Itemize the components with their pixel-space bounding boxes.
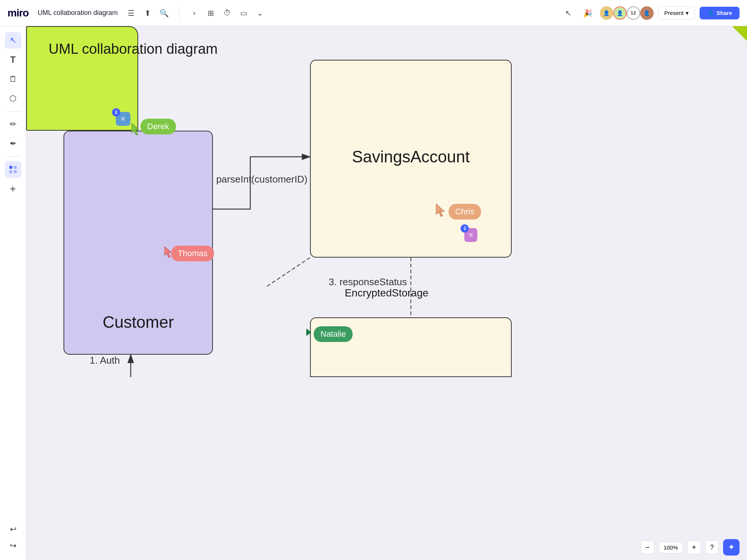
chris-badge: Chris bbox=[449, 204, 481, 220]
customer-node[interactable]: Customer bbox=[63, 131, 213, 355]
smart-drawing-tool[interactable] bbox=[5, 161, 21, 178]
share-label: Share bbox=[716, 10, 732, 16]
avatar-3[interactable]: 👤 bbox=[640, 6, 654, 20]
fit-screen-button[interactable]: ⊞ bbox=[203, 6, 218, 21]
avatar-2[interactable]: 👤 bbox=[613, 6, 627, 20]
svg-rect-1 bbox=[14, 166, 17, 169]
text-tool[interactable]: T bbox=[5, 52, 21, 68]
magic-button[interactable]: ✦ bbox=[723, 539, 740, 556]
pen2-tool[interactable]: ✒ bbox=[5, 136, 21, 152]
more-options-button[interactable]: ⌄ bbox=[252, 6, 267, 21]
collaborators: 👤 👤 12 👤 bbox=[600, 6, 654, 20]
diagram-title: UML collaboration diagram bbox=[49, 41, 218, 57]
sidebar-separator-2 bbox=[6, 156, 21, 157]
canvas[interactable]: UML collaboration diagram 2. parseInt(cu… bbox=[26, 26, 747, 560]
chris-cursor-arrow bbox=[436, 204, 447, 217]
savings-label: SavingsAccount bbox=[352, 147, 470, 166]
zoom-in-button[interactable]: + bbox=[687, 541, 701, 554]
share-button[interactable]: 👤 Share bbox=[700, 7, 740, 19]
left-sidebar: ↖ T 🗒 ⬡ ✏ ✒ + ↩ ↪ bbox=[0, 26, 26, 560]
svg-marker-9 bbox=[436, 204, 444, 217]
auth-label: 1. Auth bbox=[90, 355, 120, 366]
toolbar-left-actions: ☰ ⬆ 🔍 bbox=[124, 6, 171, 21]
chat-bubble-icon-purple: ≡ bbox=[469, 231, 473, 239]
top-bar: miro UML collaboration diagram ☰ ⬆ 🔍 › ⊞… bbox=[0, 0, 747, 26]
share-person-icon: 👤 bbox=[707, 10, 714, 16]
forward-icon[interactable]: › bbox=[187, 6, 202, 21]
bottom-node[interactable] bbox=[310, 317, 512, 377]
svg-rect-0 bbox=[9, 166, 12, 169]
celebrate-button[interactable]: 🎉 bbox=[580, 6, 595, 21]
response-status-label: 3. responseStatus bbox=[329, 276, 407, 288]
zoom-level-display[interactable]: 100% bbox=[659, 542, 683, 553]
present-button[interactable]: Present ▾ bbox=[658, 6, 695, 20]
cursor-tool-button[interactable]: ↖ bbox=[561, 6, 576, 21]
chris-cursor: Chris bbox=[447, 204, 481, 220]
savings-account-node[interactable]: SavingsAccount Chris 2 ≡ bbox=[310, 60, 512, 258]
document-title[interactable]: UML collaboration diagram bbox=[38, 9, 118, 17]
avatar-1[interactable]: 👤 bbox=[600, 6, 613, 20]
select-tool[interactable]: ↖ bbox=[5, 32, 21, 49]
encrypted-label: EncryptedStorage bbox=[345, 287, 428, 299]
purple-chat-bubble: 2 ≡ bbox=[464, 228, 477, 242]
present-chevron-icon: ▾ bbox=[686, 10, 689, 16]
toolbar-separator bbox=[179, 7, 179, 19]
redo-tool[interactable]: ↪ bbox=[5, 538, 21, 554]
sidebar-separator-1 bbox=[6, 111, 21, 112]
search-button[interactable]: 🔍 bbox=[156, 6, 171, 21]
customer-label: Customer bbox=[103, 313, 174, 332]
menu-button[interactable]: ☰ bbox=[124, 6, 139, 21]
add-tool[interactable]: + bbox=[5, 181, 21, 197]
parse-int-label: 2. parseInt(customerID) bbox=[205, 174, 307, 185]
pen-tool[interactable]: ✏ bbox=[5, 116, 21, 133]
shapes-tool[interactable]: ⬡ bbox=[5, 90, 21, 107]
chat-bubble-count-2: 2 bbox=[461, 224, 469, 233]
frame-button[interactable]: ▭ bbox=[236, 6, 251, 21]
toolbar-center-actions: › ⊞ ⏱ ▭ ⌄ bbox=[187, 6, 267, 21]
svg-rect-2 bbox=[9, 170, 12, 173]
svg-line-6 bbox=[265, 258, 310, 287]
svg-rect-3 bbox=[14, 170, 17, 173]
timer-button[interactable]: ⏱ bbox=[220, 6, 235, 21]
upload-button[interactable]: ⬆ bbox=[140, 6, 155, 21]
sticky-note-tool[interactable]: 🗒 bbox=[5, 71, 21, 87]
sidebar-bottom: ↩ ↪ bbox=[5, 521, 21, 554]
toolbar-right: ↖ 🎉 👤 👤 12 👤 Present ▾ 👤 Share bbox=[561, 6, 740, 21]
present-label: Present bbox=[664, 10, 684, 16]
zoom-out-button[interactable]: − bbox=[641, 541, 654, 554]
logo[interactable]: miro bbox=[7, 7, 29, 19]
avatar-count[interactable]: 12 bbox=[627, 6, 640, 20]
undo-tool[interactable]: ↩ bbox=[5, 521, 21, 538]
help-button[interactable]: ? bbox=[705, 541, 719, 554]
bottom-bar: − 100% + ? ✦ bbox=[633, 535, 747, 560]
